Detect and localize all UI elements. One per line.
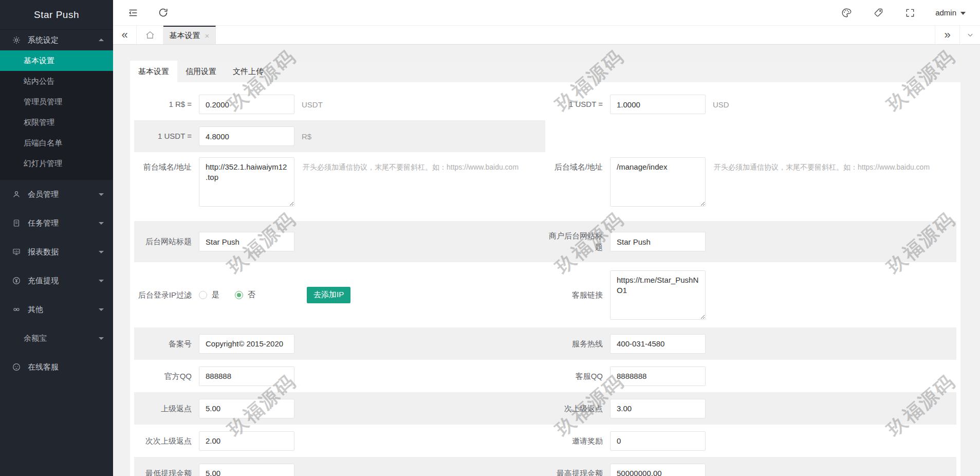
- sidebar-item-admin-management[interactable]: 管理员管理: [0, 91, 113, 112]
- tab-basic-settings[interactable]: 基本设置: [130, 61, 177, 82]
- admin-title-input[interactable]: [199, 232, 294, 251]
- rate-rs-input[interactable]: [199, 95, 294, 114]
- chevron-down-icon: [99, 251, 104, 253]
- service-qq-input[interactable]: [610, 367, 706, 386]
- close-icon[interactable]: ×: [205, 31, 210, 40]
- field-label: 1 USDT =: [134, 131, 192, 142]
- sidebar-item-permission-management[interactable]: 权限管理: [0, 112, 113, 133]
- field-rate-rs: 1 R$ = USDT: [134, 88, 545, 120]
- sidebar-item-site-announcement[interactable]: 站内公告: [0, 71, 113, 91]
- form-row: 官方QQ 客服QQ: [134, 360, 956, 392]
- tabs-scroll-right-button[interactable]: »: [935, 26, 959, 44]
- settings-tabs: 基本设置 信用设置 文件上传: [130, 61, 960, 82]
- rebate-l1-input[interactable]: [199, 399, 294, 418]
- field-label: 后台网站标题: [134, 236, 192, 247]
- chevron-down-icon: [99, 193, 104, 196]
- sidebar: Star Push 系统设定 基本设置 站内公告 管理员管理 权限管理 后端白名…: [0, 0, 113, 476]
- sidebar-group-label: 余额宝: [24, 334, 47, 343]
- sidebar-group-yuebao[interactable]: 余额宝: [0, 324, 113, 353]
- sidebar-group-recharge-withdraw[interactable]: 充值提现: [0, 266, 113, 295]
- sidebar-item-basic-settings[interactable]: 基本设置: [0, 50, 113, 71]
- top-navbar: admin: [113, 0, 980, 25]
- icp-input[interactable]: [199, 334, 294, 354]
- service-link-textarea[interactable]: https://t.me/Star_PushNO1: [610, 270, 706, 320]
- hotline-input[interactable]: [610, 334, 706, 354]
- field-suffix: R$: [302, 132, 311, 141]
- form-row: 最低提现金额 最高提现金额: [134, 457, 956, 476]
- form-row: 后台登录IP过滤 是 否 去添加IP: [134, 262, 956, 327]
- sidebar-submenu-system: 基本设置 站内公告 管理员管理 权限管理 后端白名单 幻灯片管理: [0, 50, 113, 180]
- form-row: 次次上级返点 邀请奖励: [134, 425, 956, 457]
- sidebar-group-label: 报表数据: [28, 247, 59, 257]
- sidebar-item-online-service[interactable]: 在线客服: [0, 353, 113, 381]
- sidebar-group-label: 任务管理: [28, 218, 59, 228]
- tab-credit-settings[interactable]: 信用设置: [177, 61, 225, 82]
- field-suffix: USDT: [302, 100, 323, 109]
- field-label: 客服QQ: [545, 371, 603, 382]
- min-withdraw-input[interactable]: [199, 464, 294, 476]
- user-icon: [11, 190, 22, 199]
- form-row: 后台网站标题 商户后台网站标题: [134, 221, 956, 262]
- field-service-qq: 客服QQ: [545, 360, 956, 392]
- tab-file-upload[interactable]: 文件上传: [225, 61, 272, 82]
- field-suffix: USD: [713, 100, 729, 109]
- merchant-title-input[interactable]: [610, 232, 706, 251]
- sidebar-item-slideshow-management[interactable]: 幻灯片管理: [0, 153, 113, 174]
- official-qq-input[interactable]: [199, 367, 294, 386]
- theme-palette-icon[interactable]: [840, 6, 853, 20]
- sidebar-item-backend-whitelist[interactable]: 后端白名单: [0, 133, 113, 153]
- fullscreen-icon[interactable]: [903, 6, 917, 20]
- home-tab-button[interactable]: [137, 26, 163, 44]
- infinity-icon: [11, 305, 22, 314]
- back-domain-textarea[interactable]: /manage/index: [610, 157, 706, 207]
- radio-circle-icon: [235, 291, 243, 299]
- rate-usdt-usd-input[interactable]: [610, 95, 706, 114]
- tabs-dropdown-button[interactable]: [959, 26, 980, 44]
- navbar-right: admin: [840, 6, 966, 20]
- tabbar-spacer: [216, 26, 935, 44]
- sidebar-group-task-management[interactable]: 任务管理: [0, 209, 113, 237]
- field-label: 服务热线: [545, 338, 603, 350]
- add-ip-button[interactable]: 去添加IP: [307, 287, 350, 303]
- chevron-down-icon: [99, 337, 104, 340]
- field-label: 官方QQ: [134, 371, 192, 382]
- field-min-withdraw: 最低提现金额: [134, 457, 545, 476]
- invite-reward-input[interactable]: [610, 431, 706, 451]
- admin-dropdown[interactable]: admin: [935, 8, 966, 17]
- field-hotline: 服务热线: [545, 327, 956, 360]
- tab-label: 基本设置: [170, 31, 200, 41]
- sidebar-group-label: 会员管理: [28, 190, 59, 199]
- radio-yes[interactable]: 是: [199, 290, 219, 300]
- rate-usdt-rs-input[interactable]: [199, 126, 294, 146]
- max-withdraw-input[interactable]: [610, 464, 706, 476]
- empty-cell: [545, 120, 956, 152]
- field-rebate-l3: 次次上级返点: [134, 425, 545, 457]
- gear-icon: [11, 35, 22, 45]
- rebate-l3-input[interactable]: [199, 431, 294, 451]
- main-area: admin « 基本设置 × »: [113, 0, 980, 476]
- basic-settings-form: 1 R$ = USDT 1 USDT = USD 1 U: [130, 82, 960, 476]
- collapse-sidebar-icon[interactable]: [126, 6, 140, 20]
- field-label: 次次上级返点: [134, 435, 192, 447]
- sidebar-group-system-settings[interactable]: 系统设定: [0, 30, 113, 50]
- sidebar-group-other[interactable]: 其他: [0, 295, 113, 324]
- field-invite-reward: 邀请奖励: [545, 425, 956, 457]
- form-row: 上级返点 次上级返点: [134, 392, 956, 425]
- field-label: 最高提现金额: [545, 468, 603, 476]
- sidebar-group-label: 充值提现: [28, 276, 59, 286]
- tabs-scroll-left-button[interactable]: «: [113, 26, 137, 44]
- rebate-l2-input[interactable]: [610, 399, 706, 418]
- page-tabbar: « 基本设置 × »: [113, 25, 980, 45]
- front-domain-textarea[interactable]: http://352.1.haiwaiym12.top: [199, 157, 294, 207]
- sidebar-group-member-management[interactable]: 会员管理: [0, 180, 113, 209]
- sidebar-group-report-data[interactable]: 报表数据: [0, 237, 113, 266]
- radio-label: 是: [212, 290, 219, 300]
- field-label: 上级返点: [134, 403, 192, 414]
- tag-icon[interactable]: [872, 6, 885, 20]
- radio-no[interactable]: 否: [235, 290, 255, 300]
- ip-filter-radio-group: 是 否 去添加IP: [199, 287, 350, 303]
- refresh-icon[interactable]: [156, 6, 170, 20]
- open-tab-basic-settings[interactable]: 基本设置 ×: [163, 26, 216, 44]
- chevron-down-icon: [960, 12, 966, 15]
- chevron-down-icon: [967, 31, 974, 39]
